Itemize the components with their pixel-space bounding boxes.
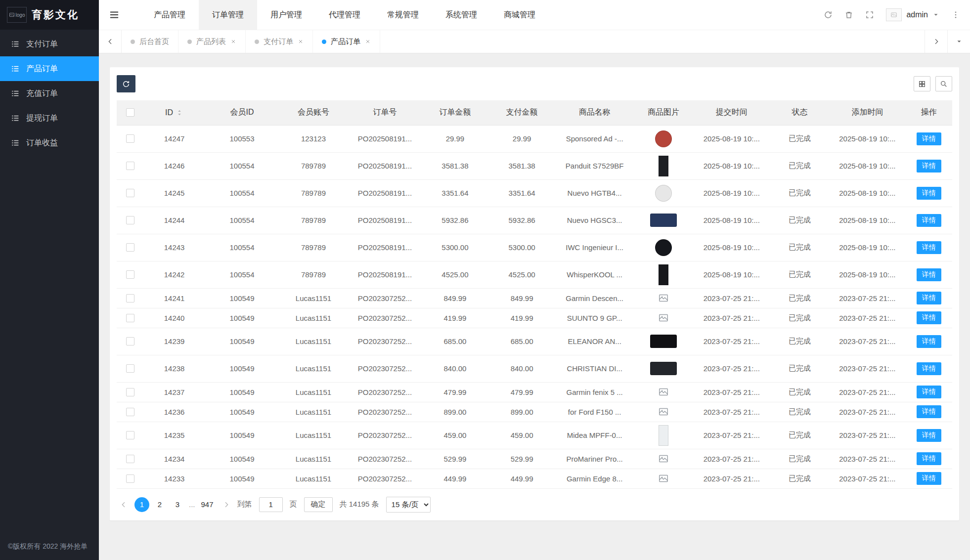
detail-button[interactable]: 详情 <box>917 452 941 465</box>
select-all-checkbox[interactable] <box>126 108 134 117</box>
detail-button[interactable]: 详情 <box>917 187 941 200</box>
order-number: PO202307252... <box>348 422 422 449</box>
detail-button[interactable]: 详情 <box>917 472 941 485</box>
submit-time: 2023-07-25 21:... <box>693 288 770 308</box>
brand: logo 育影文化 <box>0 0 99 30</box>
nav-item-3[interactable]: 用户管理 <box>257 0 315 30</box>
order-number: PO202307252... <box>348 382 422 402</box>
row-id: 14241 <box>143 288 205 308</box>
tab-close-icon[interactable] <box>365 39 371 44</box>
row-checkbox-cell <box>117 422 143 449</box>
tab-2[interactable]: 产品列表 <box>178 30 246 53</box>
detail-button[interactable]: 详情 <box>917 132 941 145</box>
status-text: 已完成 <box>770 179 830 207</box>
row-checkbox[interactable] <box>126 364 134 373</box>
row-checkbox[interactable] <box>126 270 134 279</box>
table-search-button[interactable] <box>935 76 952 91</box>
row-checkbox[interactable] <box>126 162 134 170</box>
row-checkbox[interactable] <box>126 431 134 439</box>
detail-button[interactable]: 详情 <box>917 292 941 304</box>
row-checkbox[interactable] <box>126 408 134 416</box>
row-checkbox[interactable] <box>126 455 134 463</box>
goto-page-input[interactable] <box>259 497 283 512</box>
order-amount: 419.99 <box>422 308 488 328</box>
row-checkbox[interactable] <box>126 474 134 483</box>
tabs-scroll-right-button[interactable] <box>925 30 947 53</box>
actions-cell: 详情 <box>905 207 952 234</box>
fullscreen-button[interactable] <box>865 10 874 19</box>
tab-close-icon[interactable] <box>298 39 304 44</box>
page-button-1[interactable]: 1 <box>134 497 149 512</box>
member-account: Lucas1151 <box>279 422 348 449</box>
row-checkbox[interactable] <box>126 189 134 197</box>
more-button[interactable] <box>951 10 960 19</box>
tab-dot <box>187 40 192 44</box>
row-checkbox[interactable] <box>126 388 134 396</box>
columns-toggle-button[interactable] <box>914 76 930 91</box>
sidebar-item-4[interactable]: 提现订单 <box>0 106 99 130</box>
user-menu[interactable]: admin <box>886 8 939 21</box>
sidebar-item-label: 充值订单 <box>26 88 58 99</box>
nav-item-5[interactable]: 常规管理 <box>374 0 432 30</box>
row-checkbox[interactable] <box>126 314 134 322</box>
detail-button[interactable]: 详情 <box>917 214 941 227</box>
add-time: 2025-08-19 10:... <box>830 207 906 234</box>
tabs-menu-button[interactable] <box>947 30 970 53</box>
detail-button[interactable]: 详情 <box>917 311 941 324</box>
sidebar-item-3[interactable]: 充值订单 <box>0 81 99 106</box>
table-tools <box>914 76 952 91</box>
prev-page-button[interactable] <box>120 501 128 509</box>
row-checkbox[interactable] <box>126 337 134 345</box>
actions-cell: 详情 <box>905 422 952 449</box>
nav-item-4[interactable]: 代理管理 <box>315 0 374 30</box>
row-checkbox[interactable] <box>126 294 134 302</box>
sidebar-item-5[interactable]: 订单收益 <box>0 130 99 155</box>
detail-button[interactable]: 详情 <box>917 241 941 254</box>
refresh-button[interactable] <box>824 10 833 19</box>
clear-cache-button[interactable] <box>844 10 853 19</box>
column-header-1: ID <box>143 100 205 125</box>
page-button-3[interactable]: 3 <box>170 497 185 512</box>
detail-button[interactable]: 详情 <box>917 362 941 375</box>
member-id: 100554 <box>205 152 279 179</box>
nav-item-2[interactable]: 订单管理 <box>199 0 257 30</box>
next-page-button[interactable] <box>222 501 230 509</box>
nav-item-6[interactable]: 系统管理 <box>432 0 490 30</box>
tab-close-icon[interactable] <box>230 39 236 44</box>
page-button-2[interactable]: 2 <box>152 497 167 512</box>
table-row: 14247100553123123PO202508191...29.9929.9… <box>117 125 952 152</box>
tabs-scroll-left-button[interactable] <box>99 30 122 53</box>
row-checkbox-cell <box>117 402 143 422</box>
confirm-page-button[interactable]: 确定 <box>304 497 333 512</box>
tab-dot <box>131 40 135 44</box>
tab-3[interactable]: 支付订单 <box>246 30 313 53</box>
detail-button[interactable]: 详情 <box>917 405 941 418</box>
table-refresh-button[interactable] <box>117 75 135 92</box>
detail-button[interactable]: 详情 <box>917 386 941 398</box>
column-header-inner: 会员账号 <box>279 107 348 118</box>
member-id: 100549 <box>205 449 279 469</box>
pay-amount: 419.99 <box>488 308 555 328</box>
detail-button[interactable]: 详情 <box>917 268 941 281</box>
sidebar-item-2[interactable]: 产品订单 <box>0 56 99 81</box>
detail-button[interactable]: 详情 <box>917 429 941 442</box>
row-checkbox[interactable] <box>126 243 134 252</box>
pay-amount: 529.99 <box>488 449 555 469</box>
product-image-shape <box>655 130 672 147</box>
product-image-cell <box>634 308 693 328</box>
detail-button[interactable]: 详情 <box>917 160 941 172</box>
nav-item-7[interactable]: 商城管理 <box>490 0 549 30</box>
row-checkbox[interactable] <box>126 216 134 224</box>
product-name: ProMariner Pro... <box>555 449 634 469</box>
sort-icon[interactable] <box>176 109 183 117</box>
page-button-947[interactable]: 947 <box>199 497 216 512</box>
nav-item-1[interactable]: 产品管理 <box>140 0 199 30</box>
menu-toggle-button[interactable] <box>99 0 130 30</box>
tab-4[interactable]: 产品订单 <box>313 30 380 53</box>
order-number: PO202307252... <box>348 469 422 488</box>
sidebar-item-1[interactable]: 支付订单 <box>0 32 99 56</box>
detail-button[interactable]: 详情 <box>917 335 941 348</box>
page-size-select[interactable]: 15 条/页 <box>386 497 431 513</box>
tab-1[interactable]: 后台首页 <box>122 30 178 53</box>
row-checkbox[interactable] <box>126 134 134 143</box>
